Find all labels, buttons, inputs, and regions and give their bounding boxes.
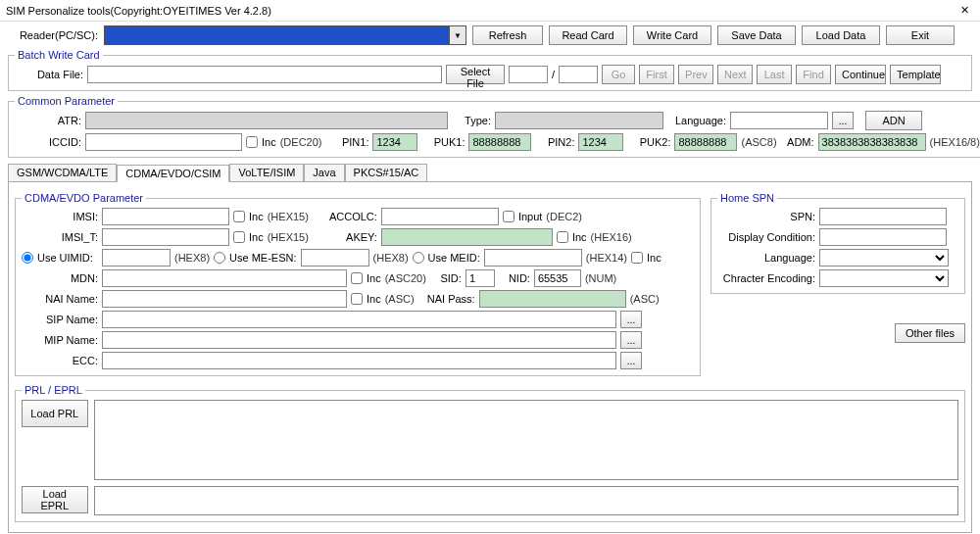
batch-total-input[interactable] [559, 66, 598, 83]
sipname-label: SIP Name: [22, 314, 98, 325]
imsit-label: IMSI_T: [22, 231, 98, 243]
sipname-dots-button[interactable]: ... [620, 311, 642, 328]
first-button[interactable]: First [639, 65, 674, 84]
meid-inc-checkbox[interactable] [631, 252, 643, 264]
iccid-dec20-label: (DEC20) [280, 136, 322, 148]
language-input[interactable] [730, 112, 828, 129]
use-meid-label: Use MEID: [428, 252, 480, 264]
akey-label: AKEY: [313, 231, 377, 243]
load-eprl-button[interactable]: Load EPRL [22, 486, 88, 513]
akey-input[interactable] [381, 228, 553, 246]
iccid-inc-checkbox[interactable] [246, 136, 258, 148]
nainame-inc-checkbox[interactable] [351, 293, 363, 305]
mdn-inc-checkbox[interactable] [351, 272, 363, 284]
imsit-inc-checkbox[interactable] [233, 231, 245, 243]
homespn-language-select[interactable] [819, 249, 949, 267]
spn-input[interactable] [819, 208, 947, 225]
imsi-inc-checkbox[interactable] [233, 211, 245, 222]
imsit-hex15: (HEX15) [268, 231, 309, 243]
accolc-dec2: (DEC2) [546, 211, 582, 222]
imsi-input[interactable] [102, 208, 229, 225]
naipass-label: NAI Pass: [418, 293, 475, 305]
go-button[interactable]: Go [602, 65, 635, 84]
pin1-input[interactable] [372, 133, 417, 151]
iccid-input[interactable] [85, 133, 242, 151]
use-meesn-label: Use ME-ESN: [229, 252, 296, 264]
adn-button[interactable]: ADN [865, 111, 922, 130]
use-uimid-radio[interactable] [22, 252, 33, 264]
akey-hex16: (HEX16) [591, 231, 632, 243]
nid-input[interactable] [534, 269, 581, 287]
write-card-button[interactable]: Write Card [633, 25, 711, 45]
load-prl-button[interactable]: Load PRL [22, 400, 88, 427]
eprl-textarea[interactable] [94, 486, 958, 515]
mipname-input[interactable] [102, 331, 616, 349]
find-button[interactable]: Find [796, 65, 831, 84]
ecc-dots-button[interactable]: ... [620, 352, 642, 369]
mdn-input[interactable] [102, 269, 347, 287]
puk2-input[interactable] [674, 133, 737, 151]
continue-button[interactable]: Continue [835, 65, 886, 84]
naipass-input[interactable] [479, 290, 626, 308]
nid-label: NID: [499, 272, 530, 284]
refresh-button[interactable]: Refresh [472, 25, 543, 45]
uimid-input[interactable] [102, 249, 171, 267]
batch-pos-input[interactable] [509, 66, 548, 83]
last-button[interactable]: Last [757, 65, 792, 84]
tab-java[interactable]: Java [304, 164, 344, 181]
chevron-down-icon[interactable]: ▼ [449, 26, 466, 44]
nainame-label: NAI Name: [22, 293, 98, 305]
accolc-input[interactable] [381, 208, 499, 225]
template-button[interactable]: Template [890, 65, 941, 84]
language-dots-button[interactable]: ... [832, 112, 854, 129]
other-files-button[interactable]: Other files [895, 323, 965, 343]
next-button[interactable]: Next [717, 65, 753, 84]
nainame-input[interactable] [102, 290, 347, 308]
use-meesn-radio[interactable] [214, 252, 225, 264]
imsi-hex15: (HEX15) [268, 211, 309, 222]
meid-input[interactable] [484, 249, 582, 267]
accolc-label: ACCOLC: [313, 211, 377, 222]
mdn-inc-text: Inc [367, 272, 381, 284]
use-meid-radio[interactable] [413, 252, 424, 264]
puk1-input[interactable] [468, 133, 531, 151]
meesn-input[interactable] [301, 249, 369, 267]
load-data-button[interactable]: Load Data [802, 25, 880, 45]
adm-input[interactable] [818, 133, 926, 151]
char-encoding-select[interactable] [819, 269, 949, 287]
save-data-button[interactable]: Save Data [717, 25, 796, 45]
mipname-dots-button[interactable]: ... [620, 331, 642, 349]
imsit-input[interactable] [102, 228, 229, 246]
tab-cdma[interactable]: CDMA/EVDO/CSIM [117, 165, 229, 182]
prev-button[interactable]: Prev [678, 65, 713, 84]
asc8-label: (ASC8) [741, 136, 776, 148]
meid-hex14: (HEX14) [586, 252, 627, 264]
display-cond-input[interactable] [819, 228, 947, 246]
exit-button[interactable]: Exit [886, 25, 955, 45]
akey-inc-checkbox[interactable] [557, 231, 568, 243]
adm-label: ADM: [781, 136, 814, 148]
homespn-legend: Home SPN [717, 192, 777, 204]
prl-textarea[interactable] [94, 400, 958, 480]
tab-gsm[interactable]: GSM/WCDMA/LTE [8, 164, 117, 181]
tab-pkcs[interactable]: PKCS#15/AC [345, 164, 428, 181]
close-icon[interactable]: ✕ [955, 4, 974, 17]
data-file-input[interactable] [87, 66, 442, 83]
pin2-input[interactable] [578, 133, 623, 151]
slash-label: / [552, 69, 555, 80]
sid-input[interactable] [466, 269, 495, 287]
iccid-inc-label: Inc [262, 136, 276, 148]
sid-label: SID: [430, 272, 462, 284]
ecc-input[interactable] [102, 352, 616, 369]
select-file-button[interactable]: Select File [446, 65, 505, 84]
tab-volte[interactable]: VoLTE/ISIM [229, 164, 304, 181]
imsi-inc-text: Inc [249, 211, 264, 222]
read-card-button[interactable]: Read Card [549, 25, 627, 45]
sipname-input[interactable] [102, 311, 616, 328]
use-uimid-label: Use UIMID: [37, 252, 98, 264]
reader-combo[interactable]: ▼ [104, 25, 466, 45]
display-cond-label: Display Condition: [717, 231, 815, 243]
nainame-inc-text: Inc [367, 293, 381, 305]
accolc-input-checkbox[interactable] [503, 211, 514, 222]
pin1-label: PIN1: [325, 136, 368, 148]
